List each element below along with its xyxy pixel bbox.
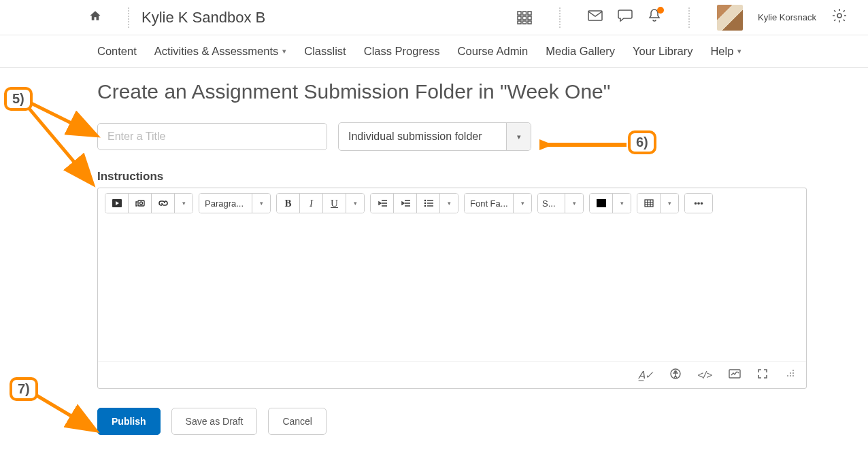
divider [128,7,129,28]
avatar[interactable] [717,5,743,31]
svg-rect-1 [523,12,527,15]
select-value: Individual submission folder [348,130,482,143]
indent-button[interactable] [394,194,417,213]
svg-line-31 [26,105,91,182]
svg-rect-4 [523,16,527,20]
cancel-button[interactable]: Cancel [268,408,327,435]
nav-activities[interactable]: Activities & Assessments▾ [154,45,286,58]
course-title[interactable]: Kylie K Sandbox B [141,9,517,27]
svg-rect-2 [528,12,531,15]
action-buttons: Publish Save as Draft Cancel [97,408,807,435]
nav-content[interactable]: Content [97,45,137,58]
nav-label: Help [710,45,733,58]
table-button[interactable] [637,194,661,213]
arrow-6 [539,138,631,152]
svg-line-33 [37,396,94,429]
paragraph-select[interactable]: Paragra... [199,194,252,213]
publish-button[interactable]: Publish [97,408,161,435]
insert-link-icon[interactable] [152,194,175,213]
chevron-down-icon: ▾ [737,47,741,56]
svg-point-15 [424,203,426,205]
save-draft-button[interactable]: Save as Draft [171,408,258,435]
font-family-dropdown[interactable]: ▾ [514,194,531,213]
text-style-dropdown[interactable]: ▾ [346,194,364,213]
nav-class-progress[interactable]: Class Progress [364,45,440,58]
instructions-label: Instructions [97,170,807,183]
notification-dot [657,7,664,14]
nav-course-admin[interactable]: Course Admin [458,45,529,58]
svg-point-26 [792,372,794,374]
svg-point-16 [424,205,426,207]
color-dropdown[interactable]: ▾ [613,194,631,213]
svg-point-10 [837,14,841,18]
svg-rect-5 [528,16,531,20]
svg-rect-17 [427,200,433,200]
svg-rect-18 [427,203,433,203]
svg-point-13 [139,202,142,205]
svg-rect-6 [518,21,521,24]
underline-button[interactable]: U [323,194,346,213]
home-icon[interactable] [88,10,102,25]
fullscreen-icon[interactable] [757,368,768,381]
svg-point-28 [790,375,791,376]
font-family-select[interactable]: Font Fa... [465,194,514,213]
divider [559,7,561,28]
page-title: Create an Assignment Submission Folder i… [97,80,807,103]
chevron-down-icon: ▾ [282,47,286,56]
color-button[interactable] [590,194,613,213]
chat-icon[interactable] [618,9,633,26]
nav-help[interactable]: Help▾ [710,45,741,58]
nav-media-gallery[interactable]: Media Gallery [546,45,615,58]
svg-rect-3 [518,16,521,20]
title-row: Individual submission folder ▾ [97,122,807,151]
username[interactable]: Kylie Korsnack [758,12,816,22]
accessibility-icon[interactable] [670,368,681,381]
title-input[interactable] [97,123,327,150]
callout-7: 7) [10,377,38,401]
arrow-5b [23,102,101,190]
mail-icon[interactable] [588,10,603,24]
more-actions-button[interactable]: ••• [685,194,712,213]
course-navbar: Content Activities & Assessments▾ Classl… [0,35,868,68]
arrow-7 [34,393,102,437]
apps-grid-icon[interactable] [517,11,532,24]
list-dropdown[interactable]: ▾ [440,194,458,213]
editor-toolbar: ▾ Paragra... ▾ B I U ▾ ▾ Font Fa... ▾ [98,188,806,218]
gear-icon[interactable] [831,7,848,28]
preview-icon[interactable] [729,369,741,381]
table-dropdown[interactable]: ▾ [661,194,678,213]
svg-rect-20 [645,200,653,207]
bullet-list-button[interactable] [417,194,440,213]
svg-point-27 [787,375,788,376]
rich-text-editor: ▾ Paragra... ▾ B I U ▾ ▾ Font Fa... ▾ [97,188,807,389]
svg-point-14 [424,200,426,202]
nav-your-library[interactable]: Your Library [633,45,692,58]
topbar-right: Kylie Korsnack [517,5,848,31]
bell-icon[interactable] [648,8,661,27]
resize-handle-icon[interactable] [784,368,795,381]
italic-button[interactable]: I [300,194,323,213]
font-size-select[interactable]: S... [538,194,565,213]
paragraph-dropdown[interactable]: ▾ [252,194,270,213]
outdent-button[interactable] [371,194,394,213]
nav-classlist[interactable]: Classlist [304,45,346,58]
svg-rect-7 [523,21,527,24]
svg-point-29 [792,375,794,376]
editor-textarea[interactable] [98,218,806,361]
html-source-icon[interactable]: </> [697,369,712,381]
spellcheck-icon[interactable]: A̲✓ [638,369,654,381]
font-size-dropdown[interactable]: ▾ [565,194,583,213]
svg-rect-8 [528,21,531,24]
nav-label: Activities & Assessments [154,45,278,58]
submission-type-select[interactable]: Individual submission folder ▾ [338,122,531,151]
bold-button[interactable]: B [277,194,300,213]
callout-5: 5) [4,87,33,111]
insert-image-icon[interactable] [129,194,152,213]
callout-6: 6) [628,130,656,154]
top-bar: Kylie K Sandbox B Kylie Korsnack [0,0,868,35]
insert-video-icon[interactable] [105,194,129,213]
divider [688,7,690,28]
insert-more-dropdown[interactable]: ▾ [175,194,193,213]
svg-rect-0 [518,12,521,15]
chevron-down-icon: ▾ [506,123,531,150]
